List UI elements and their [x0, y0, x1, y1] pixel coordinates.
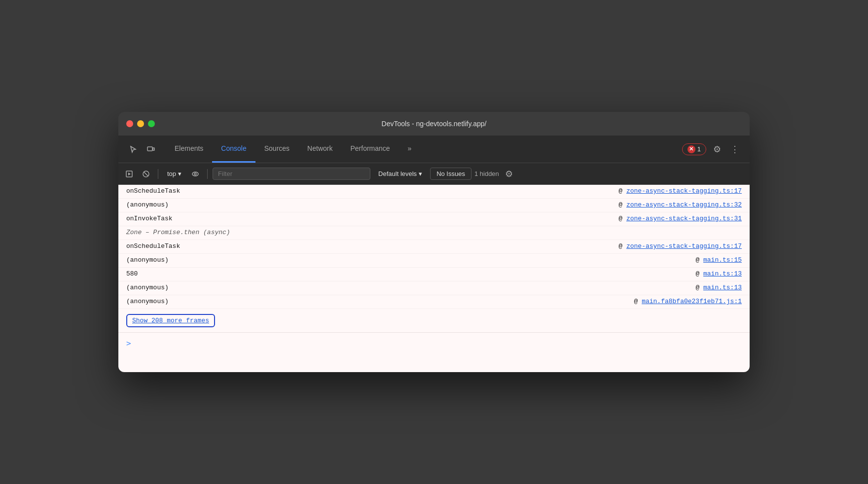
- tab-sources[interactable]: Sources: [255, 136, 298, 163]
- console-row-link[interactable]: main.fa8bfa0e23f1eb71.js:1: [642, 298, 742, 305]
- cursor-icon[interactable]: [126, 142, 140, 156]
- window-title: DevTools - ng-devtools.netlify.app/: [382, 120, 487, 128]
- svg-marker-3: [128, 173, 131, 175]
- console-settings-button[interactable]: ⚙: [502, 167, 516, 181]
- console-row-text: (anonymous): [126, 298, 169, 305]
- at-symbol: @: [618, 242, 626, 250]
- at-symbol: @: [634, 298, 642, 305]
- title-bar: DevTools - ng-devtools.netlify.app/: [118, 112, 750, 136]
- device-icon[interactable]: [144, 142, 158, 156]
- error-count: 1: [697, 145, 701, 153]
- console-prompt: >: [118, 332, 750, 354]
- tab-performance[interactable]: Performance: [341, 136, 398, 163]
- context-dropdown-icon: ▾: [178, 170, 181, 177]
- tab-console[interactable]: Console: [212, 136, 255, 163]
- console-row-async: Zone – Promise.then (async): [118, 226, 750, 240]
- tab-more[interactable]: »: [399, 136, 421, 163]
- console-row-link[interactable]: zone-async-stack-tagging.ts:31: [626, 215, 742, 222]
- at-symbol: @: [695, 270, 703, 277]
- show-frames-row: Show 208 more frames: [118, 309, 750, 332]
- svg-point-7: [194, 173, 196, 175]
- tab-bar-icons: [122, 136, 162, 163]
- console-content: onScheduleTask @ zone-async-stack-taggin…: [118, 185, 750, 372]
- at-symbol: @: [618, 215, 626, 222]
- console-row-link[interactable]: zone-async-stack-tagging.ts:32: [626, 201, 742, 208]
- console-row-text: onScheduleTask: [126, 242, 180, 250]
- console-row: 580 @ main.ts:13: [118, 268, 750, 281]
- minimize-button[interactable]: [137, 120, 144, 127]
- console-row-text: (anonymous): [126, 284, 169, 291]
- error-icon: ✕: [687, 145, 695, 153]
- console-row-text: onScheduleTask: [126, 187, 180, 195]
- tab-bar-right: ✕ 1 ⚙ ⋮: [678, 136, 746, 163]
- divider2: [207, 169, 208, 179]
- at-symbol: @: [695, 284, 703, 291]
- tab-bar: Elements Console Sources Network Perform…: [118, 136, 750, 163]
- svg-point-6: [192, 172, 198, 176]
- prompt-input[interactable]: [135, 340, 742, 347]
- levels-dropdown-icon: ▾: [419, 170, 422, 177]
- filter-input[interactable]: [213, 168, 370, 180]
- console-row-text: (anonymous): [126, 201, 169, 208]
- console-row-link[interactable]: main.ts:13: [703, 270, 742, 277]
- block-network-button[interactable]: [139, 167, 153, 181]
- prompt-caret: >: [126, 339, 131, 348]
- levels-button[interactable]: Default levels ▾: [373, 168, 427, 179]
- error-badge[interactable]: ✕ 1: [682, 143, 706, 155]
- maximize-button[interactable]: [148, 120, 155, 127]
- svg-rect-1: [153, 148, 154, 150]
- no-issues-button[interactable]: No Issues: [430, 168, 471, 180]
- context-selector[interactable]: top ▾: [163, 169, 185, 179]
- console-row-link[interactable]: zone-async-stack-tagging.ts:17: [626, 242, 742, 250]
- console-toolbar: top ▾ Default levels ▾ No Issues 1 hidde…: [118, 163, 750, 185]
- console-row: (anonymous) @ main.fa8bfa0e23f1eb71.js:1: [118, 295, 750, 309]
- context-label: top: [167, 170, 176, 177]
- console-row: (anonymous) @ main.ts:15: [118, 254, 750, 268]
- console-row-text: (anonymous): [126, 256, 169, 264]
- at-symbol: @: [618, 187, 626, 195]
- console-row-link[interactable]: main.ts:13: [703, 284, 742, 291]
- hidden-count: 1 hidden: [474, 170, 499, 177]
- console-row: onScheduleTask @ zone-async-stack-taggin…: [118, 185, 750, 199]
- show-more-frames-link[interactable]: Show 208 more frames: [126, 314, 215, 327]
- console-row-text: onInvokeTask: [126, 215, 173, 222]
- console-row: onInvokeTask @ zone-async-stack-tagging.…: [118, 212, 750, 226]
- traffic-lights: [126, 120, 155, 127]
- run-scripts-button[interactable]: [122, 167, 136, 181]
- console-row: (anonymous) @ zone-async-stack-tagging.t…: [118, 199, 750, 212]
- console-row: (anonymous) @ main.ts:13: [118, 281, 750, 295]
- more-button[interactable]: ⋮: [728, 142, 742, 156]
- console-row-async-text: Zone – Promise.then (async): [126, 229, 230, 236]
- levels-label: Default levels: [378, 170, 417, 177]
- divider: [158, 169, 158, 179]
- svg-rect-0: [147, 147, 152, 151]
- tab-network[interactable]: Network: [298, 136, 341, 163]
- console-row: onScheduleTask @ zone-async-stack-taggin…: [118, 240, 750, 254]
- at-symbol: @: [618, 201, 626, 208]
- svg-line-5: [144, 172, 148, 176]
- console-row-link[interactable]: main.ts:15: [703, 256, 742, 264]
- tabs: Elements Console Sources Network Perform…: [166, 136, 678, 163]
- close-button[interactable]: [126, 120, 133, 127]
- console-row-text: 580: [126, 270, 138, 277]
- console-row-link[interactable]: zone-async-stack-tagging.ts:17: [626, 187, 742, 195]
- settings-button[interactable]: ⚙: [710, 142, 724, 156]
- tab-elements[interactable]: Elements: [166, 136, 212, 163]
- at-symbol: @: [695, 256, 703, 264]
- eye-button[interactable]: [188, 167, 202, 181]
- devtools-window: DevTools - ng-devtools.netlify.app/ Elem…: [118, 112, 750, 372]
